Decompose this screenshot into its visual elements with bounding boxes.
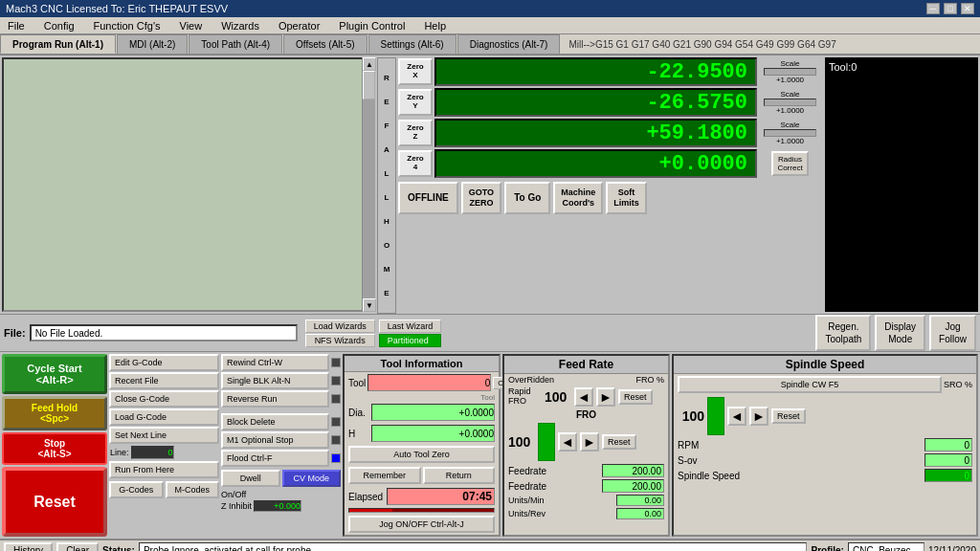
tab-diagnostics[interactable]: Diagnostics (Alt-7) <box>457 34 561 54</box>
fro-minus-button[interactable]: ◄ <box>558 432 577 452</box>
file-input[interactable] <box>30 324 298 342</box>
line-input[interactable] <box>131 446 174 459</box>
clear-button[interactable]: Clear <box>56 542 99 552</box>
menu-file[interactable]: File <box>4 19 29 33</box>
feed-hold-button[interactable]: Feed Hold<Spc> <box>2 396 107 430</box>
fro-header: OverRidden FRO % <box>504 374 668 386</box>
dro-y-scale: Scale +1.0000 <box>759 90 821 115</box>
rapid-fro-label: RapidFRO <box>508 387 542 407</box>
menu-wizards[interactable]: Wizards <box>217 19 263 33</box>
spindle-minus-button[interactable]: ◄ <box>727 407 746 426</box>
dro-x-value: -22.9500 <box>434 57 757 86</box>
elapsed-row: Elapsed 07:45 <box>345 486 499 507</box>
date-label: 12/11/2020 <box>928 545 976 552</box>
remember-button[interactable]: Remember <box>348 467 421 484</box>
reverse-run-button[interactable]: Reverse Run <box>221 390 329 408</box>
fro-reset-button[interactable]: Reset <box>602 434 636 450</box>
to-go-button[interactable]: To Go <box>504 182 550 214</box>
dro-y-value: -26.5750 <box>434 88 757 117</box>
jog-follow-button[interactable]: JogFollow <box>929 315 976 351</box>
spindle-plus-button[interactable]: ► <box>749 407 768 426</box>
machine-coords-button[interactable]: MachineCoord's <box>553 182 603 214</box>
menu-help[interactable]: Help <box>420 19 450 33</box>
fro-plus-button[interactable]: ► <box>580 432 599 452</box>
block-delete-button[interactable]: Block Delete <box>221 413 329 430</box>
menu-function-cfgs[interactable]: Function Cfg's <box>90 19 165 33</box>
tool-display: Tool:0 <box>825 57 978 312</box>
menu-plugin-control[interactable]: Plugin Control <box>335 19 409 33</box>
menu-operator[interactable]: Operator <box>275 19 323 33</box>
minimize-button[interactable]: ─ <box>926 3 940 14</box>
tab-settings[interactable]: Settings (Alt-6) <box>368 34 457 54</box>
flood-button[interactable]: Flood Ctrl-F <box>221 450 329 467</box>
mcodes-button[interactable]: M-Codes <box>166 481 220 498</box>
dwell-cvmode-row: Dwell CV Mode <box>221 470 341 487</box>
main-control-panel: Cycle Start<Alt-R> Feed Hold<Spc> Stop<A… <box>2 354 107 537</box>
units-rev-value: 0.00 <box>616 508 664 519</box>
spindle-cw-button[interactable]: Spindle CW F5 <box>678 376 942 393</box>
display-mode-button[interactable]: DisplayMode <box>875 315 925 351</box>
jog-onoff-button[interactable]: Jog ON/OFF Ctrl-Alt-J <box>348 516 495 533</box>
load-gcode-button[interactable]: Load G-Code <box>109 408 219 426</box>
scroll-up-button[interactable]: ▲ <box>363 57 376 71</box>
gcode-text-area <box>2 57 375 312</box>
spindle-reset-button[interactable]: Reset <box>771 408 806 424</box>
maximize-button[interactable]: □ <box>944 3 957 14</box>
set-next-line-button[interactable]: Set Next Line <box>109 427 219 444</box>
rapid-fro-reset-button[interactable]: Reset <box>618 389 653 405</box>
menu-config[interactable]: Config <box>40 19 78 33</box>
feed-rate-title: Feed Rate <box>504 356 668 374</box>
m1-optional-button[interactable]: M1 Optional Stop <box>221 431 329 449</box>
menu-bar: File Config Function Cfg's View Wizards … <box>0 17 980 34</box>
tab-tool-path[interactable]: Tool Path (Alt-4) <box>189 34 282 54</box>
spindle-ctrl-row: 100 ◄ ► Reset <box>674 395 976 437</box>
dwell-button[interactable]: Dwell <box>221 470 280 487</box>
status-bar: History Clear Status: Probe Ignore, acti… <box>0 539 980 551</box>
rewind-row: Rewind Ctrl-W <box>221 354 341 371</box>
tool-number-input[interactable] <box>368 374 491 391</box>
return-button[interactable]: Return <box>423 467 496 484</box>
offline-button[interactable]: OFFLINE <box>398 182 458 214</box>
last-wizard-button[interactable]: Last Wizard <box>379 320 442 333</box>
rapid-fro-minus-button[interactable]: ◄ <box>574 387 593 407</box>
tab-program-run[interactable]: Program Run (Alt-1) <box>0 34 116 54</box>
zinhibit-input[interactable] <box>254 500 301 512</box>
h-input[interactable] <box>371 425 495 442</box>
edit-gcode-button[interactable]: Edit G-Code <box>109 354 219 371</box>
rewind-button[interactable]: Rewind Ctrl-W <box>221 354 329 371</box>
feed-rate-panel: Feed Rate OverRidden FRO % RapidFRO 100 … <box>502 354 670 537</box>
nfs-wizards-button[interactable]: NFS Wizards <box>305 334 375 347</box>
scroll-down-button[interactable]: ▼ <box>363 298 376 312</box>
rapid-fro-plus-button[interactable]: ► <box>596 387 615 407</box>
close-gcode-button[interactable]: Close G-Code <box>109 390 219 408</box>
scroll-track <box>363 71 375 298</box>
history-button[interactable]: History <box>4 542 53 552</box>
close-button[interactable]: ✕ <box>961 3 974 14</box>
tab-mdi[interactable]: MDI (Alt-2) <box>117 34 188 54</box>
radius-correct-button[interactable]: RadiusCorrect <box>771 151 808 176</box>
goto-zero-button[interactable]: GOTOZERO <box>461 182 501 214</box>
zero-y-button[interactable]: ZeroY <box>398 89 433 116</box>
zero-x-button[interactable]: ZeroX <box>398 58 433 85</box>
onoff-label: On/Off <box>221 490 246 499</box>
scroll-thumb[interactable] <box>363 71 375 99</box>
dia-input[interactable] <box>371 404 495 421</box>
gcodes-button[interactable]: G-Codes <box>109 481 164 498</box>
single-blk-button[interactable]: Single BLK Alt-N <box>221 372 329 389</box>
cycle-start-button[interactable]: Cycle Start<Alt-R> <box>2 354 107 394</box>
recent-file-button[interactable]: Recent File <box>109 372 219 389</box>
menu-view[interactable]: View <box>176 19 207 33</box>
regen-toolpath-button[interactable]: Regen.Toolpath <box>815 315 871 351</box>
units-rev-label: Units/Rev <box>508 509 546 518</box>
profile-label: Profile: <box>811 545 843 552</box>
auto-tool-zero-button[interactable]: Auto Tool Zero <box>348 446 495 463</box>
cv-mode-button[interactable]: CV Mode <box>282 470 342 487</box>
stop-button[interactable]: Stop<Alt-S> <box>2 432 107 465</box>
reset-button[interactable]: Reset <box>2 467 107 537</box>
soft-limits-button[interactable]: SoftLimits <box>606 182 647 214</box>
run-from-here-button[interactable]: Run From Here <box>109 461 219 478</box>
zero-4-button[interactable]: Zero4 <box>398 150 433 177</box>
tab-offsets[interactable]: Offsets (Alt-5) <box>283 34 368 54</box>
zero-z-button[interactable]: ZeroZ <box>398 120 433 146</box>
load-wizards-button[interactable]: Load Wizards <box>305 320 375 333</box>
